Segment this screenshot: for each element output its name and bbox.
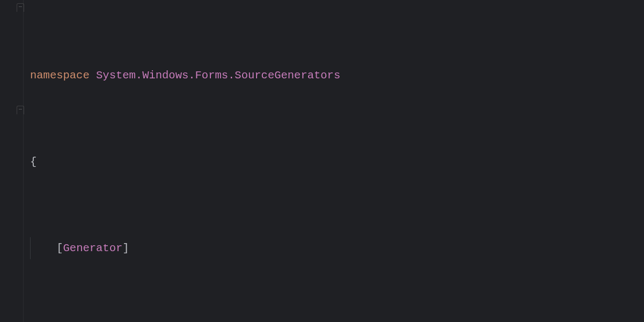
fold-marker-icon[interactable] — [17, 3, 24, 12]
code-line[interactable]: { — [24, 151, 644, 173]
code-editor[interactable]: namespace System.Windows.Forms.SourceGen… — [24, 0, 644, 322]
fold-marker-icon[interactable] — [17, 106, 24, 114]
editor-gutter — [0, 0, 24, 322]
bracket: [ — [56, 242, 63, 254]
keyword: namespace — [30, 69, 96, 82]
brace: { — [30, 156, 36, 168]
bracket: ] — [122, 242, 129, 254]
attribute: Generator — [63, 242, 123, 254]
namespace-name: System.Windows.Forms.SourceGenerators — [96, 69, 340, 82]
code-line[interactable]: namespace System.Windows.Forms.SourceGen… — [24, 64, 644, 86]
code-line[interactable]: [Generator] — [24, 237, 644, 259]
